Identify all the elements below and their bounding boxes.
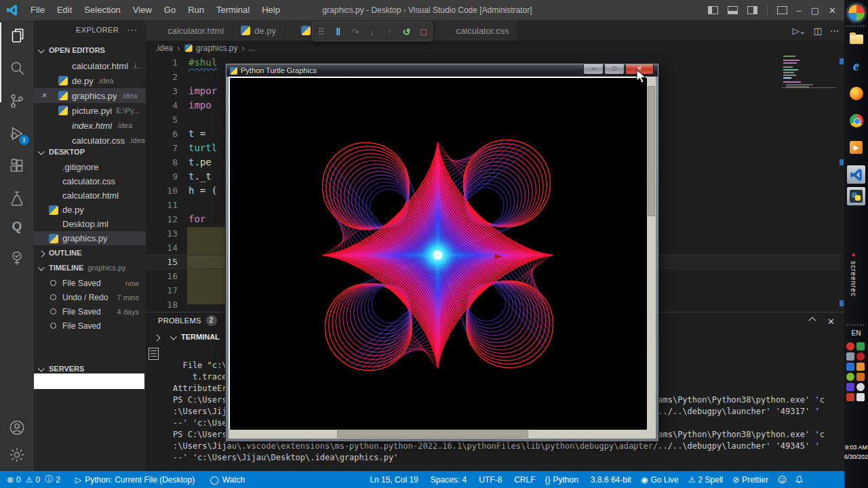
layouts-icon[interactable]	[777, 6, 787, 14]
close-button[interactable]: ✕	[829, 5, 836, 16]
menu-item[interactable]: Help	[256, 5, 286, 15]
menu-item[interactable]: Terminal	[210, 5, 256, 15]
open-editor-item[interactable]: de.py .idea	[34, 73, 146, 88]
breadcrumb-file[interactable]: graphics.py	[196, 43, 237, 53]
open-editor-item[interactable]: calculator.html .i...	[34, 58, 146, 73]
tray-icon[interactable]	[846, 383, 854, 391]
file-tree-item[interactable]: calculator.html	[34, 188, 146, 203]
toggle-secondary-sidebar-icon[interactable]	[747, 6, 757, 14]
turtle-window-titlebar[interactable]: Python Turtle Graphics – □ ✕	[226, 64, 658, 77]
more-actions-icon[interactable]: ⋯	[830, 26, 839, 36]
status-segment[interactable]: 3.8.6 64-bit	[588, 475, 631, 485]
tray-icon[interactable]	[846, 393, 854, 401]
feedback-icon[interactable]	[778, 475, 787, 484]
tray-icon[interactable]	[856, 363, 865, 371]
status-segment[interactable]: Spaces: 4	[428, 475, 467, 485]
step-into-icon[interactable]: ↓	[366, 26, 379, 37]
scrollbar-thumb[interactable]	[648, 86, 655, 216]
tab-problems[interactable]: PROBLEMS 2	[158, 315, 217, 326]
split-editor-icon[interactable]: ◫	[814, 26, 822, 36]
file-tree-item[interactable]: .gitignore	[34, 160, 146, 174]
run-python-file-icon[interactable]: ▷⌄	[793, 26, 806, 36]
timeline-item[interactable]: File Saved now	[34, 276, 146, 290]
menu-item[interactable]: Go	[158, 5, 182, 15]
editor-tab[interactable]: calculator.html	[146, 20, 233, 41]
explorer-icon[interactable]	[8, 27, 26, 45]
outline-header[interactable]: OUTLINE	[34, 246, 146, 260]
internet-explorer-button[interactable]: e	[847, 57, 865, 75]
file-tree-item[interactable]: graphics.py	[34, 231, 146, 245]
breadcrumb-folder[interactable]: .idea	[155, 43, 173, 53]
stop-icon[interactable]: □	[416, 26, 430, 37]
media-player-button[interactable]: ▶	[847, 138, 865, 157]
open-editor-item[interactable]: index.html .idea	[34, 118, 146, 133]
python-console-button[interactable]	[847, 187, 865, 205]
open-editor-item[interactable]: picture.pyi E:\Py...	[34, 103, 146, 118]
editor-tab[interactable]: calculator.css	[434, 20, 517, 41]
search-icon[interactable]	[8, 60, 26, 77]
close-icon[interactable]: ×	[42, 91, 47, 100]
menu-item[interactable]: Selection	[78, 5, 126, 15]
account-icon[interactable]	[8, 419, 26, 436]
clock-date[interactable]: 6/30/2022	[844, 453, 868, 460]
source-control-icon[interactable]	[8, 92, 26, 110]
maximize-panel-icon[interactable]	[808, 317, 816, 324]
open-editor-item[interactable]: × graphics.py .idea	[34, 88, 146, 103]
timeline-header[interactable]: TIMELINE graphics.py	[34, 261, 146, 274]
status-segment[interactable]: ◉ Go Live	[641, 475, 679, 485]
tray-icon[interactable]	[856, 342, 865, 350]
minimap[interactable]	[782, 54, 836, 102]
file-explorer-button[interactable]	[847, 30, 865, 48]
close-panel-icon[interactable]: ✕	[827, 317, 835, 327]
timeline-item[interactable]: File Saved	[34, 319, 146, 333]
watch-status[interactable]: ◯ Watch	[210, 475, 245, 485]
step-out-icon[interactable]: ↑	[382, 26, 396, 37]
language-indicator[interactable]: EN	[844, 329, 868, 337]
status-segment[interactable]: {} Python	[545, 475, 578, 485]
debug-config-status[interactable]: ▷ Python: Current File (Desktop)	[75, 475, 195, 485]
menu-item[interactable]: Edit	[51, 5, 78, 15]
step-over-icon[interactable]: ↷	[349, 26, 362, 37]
extensions-icon[interactable]	[8, 157, 26, 175]
file-tree-item[interactable]: calculator.css	[34, 174, 146, 188]
turtle-graphics-window[interactable]: Python Turtle Graphics – □ ✕	[225, 63, 659, 442]
tray-icon[interactable]	[846, 342, 854, 350]
editor-tab[interactable]: de.py	[233, 20, 285, 41]
tray-icon[interactable]	[856, 373, 865, 381]
minimize-button[interactable]: –	[797, 5, 802, 16]
project-manager-icon[interactable]	[8, 249, 26, 267]
status-segment[interactable]: ⚠ 2 Spell	[688, 475, 723, 485]
start-button[interactable]	[847, 3, 865, 22]
tray-icon[interactable]	[856, 393, 865, 401]
problems-status[interactable]: ⊗ 0 ⚠ 0 ⓘ 2	[7, 474, 60, 485]
timeline-item[interactable]: File Saved 4 days	[34, 304, 146, 319]
file-tree-item[interactable]: de.py	[34, 203, 146, 217]
toggle-sidebar-icon[interactable]	[708, 6, 718, 14]
tray-icon[interactable]	[846, 352, 854, 361]
run-debug-icon[interactable]: 1	[8, 125, 26, 142]
status-segment[interactable]: ⊘ Prettier	[732, 475, 768, 485]
vscode-taskbar-button[interactable]	[847, 165, 865, 184]
clock-time[interactable]: 9:03 AM	[844, 444, 868, 451]
tray-icon[interactable]	[846, 373, 854, 381]
scrollbar-thumb[interactable]	[337, 430, 528, 438]
breadcrumb-more[interactable]: ...	[248, 43, 255, 53]
minimize-button[interactable]: –	[583, 64, 604, 75]
open-editors-header[interactable]: OPEN EDITORS	[34, 43, 146, 57]
restart-icon[interactable]: ↺	[399, 26, 413, 37]
terminal-header[interactable]: TERMINAL	[149, 333, 220, 341]
drag-grip-icon[interactable]: ⠿	[315, 26, 328, 37]
sidebar-more-actions[interactable]: ···	[127, 24, 138, 35]
firefox-button[interactable]	[847, 84, 865, 102]
tray-icon[interactable]	[856, 383, 865, 391]
menu-item[interactable]: Run	[182, 5, 210, 15]
toggle-panel-icon[interactable]	[728, 6, 738, 14]
desktop-folder-header[interactable]: DESKTOP	[34, 145, 146, 159]
settings-gear-icon[interactable]	[8, 446, 26, 464]
restore-button[interactable]: ▢	[811, 5, 819, 16]
notifications-bell-icon[interactable]	[795, 475, 804, 484]
status-segment[interactable]: UTF-8	[476, 475, 502, 485]
maximize-button[interactable]: □	[604, 64, 625, 75]
notebook-icon[interactable]	[149, 348, 159, 360]
tray-icon[interactable]	[846, 363, 854, 371]
